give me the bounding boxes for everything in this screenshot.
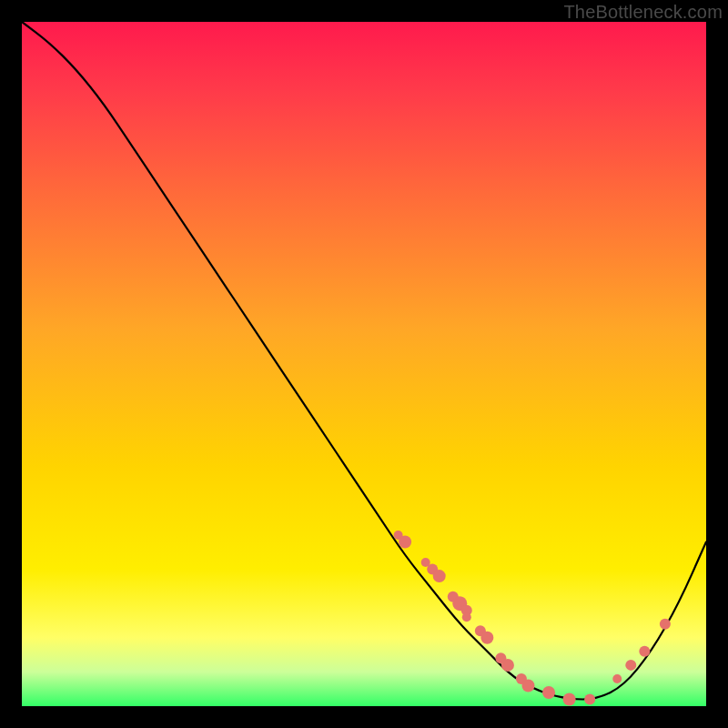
scatter-dot xyxy=(639,646,650,657)
scatter-dot xyxy=(612,674,622,683)
plot-area xyxy=(22,22,706,706)
scatter-dot xyxy=(501,659,514,672)
bottleneck-curve xyxy=(22,22,706,699)
scatter-dot xyxy=(399,536,411,549)
scatter-dot xyxy=(480,632,493,644)
scatter-dot xyxy=(584,693,595,704)
scatter-dot xyxy=(462,612,471,622)
scatter-dot xyxy=(521,679,534,692)
scatter-dot xyxy=(433,570,446,582)
scatter-dot xyxy=(625,660,636,671)
watermark-text: TheBottleneck.com xyxy=(563,2,723,23)
scatter-dot xyxy=(660,619,671,630)
chart-svg xyxy=(22,22,706,706)
scatter-dot xyxy=(563,693,576,705)
scatter-dot xyxy=(542,686,555,699)
